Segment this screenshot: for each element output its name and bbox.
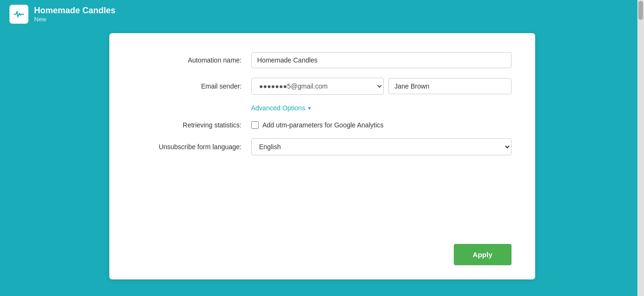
automation-name-input[interactable] bbox=[251, 52, 512, 68]
email-sender-select[interactable]: ●●●●●●●5@gmail.com bbox=[251, 78, 384, 95]
retrieving-statistics-label: Retrieving statistics: bbox=[133, 121, 251, 129]
top-bar: Homemade Candles New bbox=[0, 0, 644, 28]
utm-checkbox-field: Add utm-parameters for Google Analytics bbox=[251, 121, 384, 129]
main-content: Automation name: Email sender: ●●●●●●●5@… bbox=[0, 28, 644, 296]
app-title-block: Homemade Candles New bbox=[34, 6, 115, 23]
unsubscribe-language-field: English French German Spanish Italian Po… bbox=[251, 138, 512, 155]
retrieving-statistics-row: Retrieving statistics: Add utm-parameter… bbox=[133, 121, 512, 129]
automation-name-row: Automation name: bbox=[133, 52, 512, 68]
unsubscribe-language-label: Unsubscribe form language: bbox=[133, 143, 251, 151]
utm-checkbox-label: Add utm-parameters for Google Analytics bbox=[263, 121, 384, 129]
unsubscribe-language-row: Unsubscribe form language: English Frenc… bbox=[133, 138, 512, 155]
advanced-options-link[interactable]: Advanced Options ▼ bbox=[251, 104, 312, 112]
form-card: Automation name: Email sender: ●●●●●●●5@… bbox=[109, 33, 535, 279]
automation-name-label: Automation name: bbox=[133, 56, 251, 64]
app-logo bbox=[9, 5, 28, 24]
email-sender-label: Email sender: bbox=[133, 82, 251, 90]
scrollbar-thumb[interactable] bbox=[638, 1, 643, 20]
retrieving-statistics-field: Add utm-parameters for Google Analytics bbox=[251, 121, 512, 129]
apply-button[interactable]: Apply bbox=[454, 244, 512, 265]
pulse-icon bbox=[13, 9, 25, 20]
app-title: Homemade Candles bbox=[34, 6, 115, 16]
sender-name-input[interactable] bbox=[388, 78, 512, 94]
utm-checkbox[interactable] bbox=[251, 121, 259, 129]
advanced-options-row: Advanced Options ▼ bbox=[133, 104, 512, 112]
language-select[interactable]: English French German Spanish Italian Po… bbox=[251, 138, 512, 155]
automation-name-field bbox=[251, 52, 512, 68]
email-sender-field: ●●●●●●●5@gmail.com bbox=[251, 78, 512, 95]
app-subtitle: New bbox=[34, 16, 115, 23]
advanced-options-label: Advanced Options bbox=[251, 104, 305, 112]
email-sender-row: Email sender: ●●●●●●●5@gmail.com bbox=[133, 78, 512, 95]
chevron-down-icon: ▼ bbox=[307, 106, 312, 111]
